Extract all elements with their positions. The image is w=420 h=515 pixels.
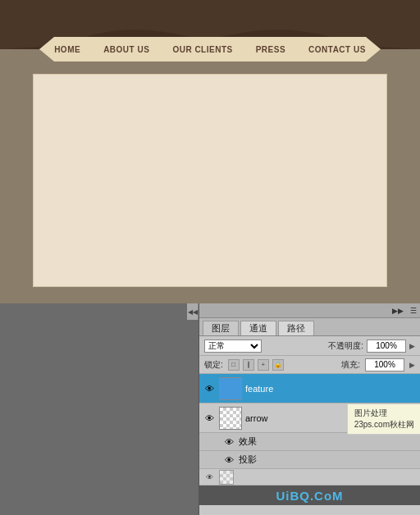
photoshop-panel-area: ◀◀ ▶▶ ☰ 图层 通道 路径 正常 不透明度: ▶ 锁定: □ — [0, 303, 420, 515]
website-mockup: HOME ABOUT US OUR CLIENTS PRESS CONTACT … — [0, 0, 420, 303]
nav-contact[interactable]: CONTACT US — [297, 45, 377, 54]
layer-eye-feature[interactable]: 👁 — [203, 382, 216, 395]
layer-row-top[interactable]: 👁 — [199, 469, 420, 485]
ps-panel-topbar: ▶▶ ☰ — [199, 303, 420, 318]
tab-layers[interactable]: 图层 — [203, 321, 239, 335]
layer-row-feature[interactable]: 👁 feature — [199, 374, 420, 403]
photoshop-layers-panel: ▶▶ ☰ 图层 通道 路径 正常 不透明度: ▶ 锁定: □ ∥ + — [199, 303, 420, 515]
sublayer-effects[interactable]: 👁 效果 — [199, 433, 420, 451]
ps-blend-opacity-row: 正常 不透明度: ▶ — [199, 336, 420, 356]
lock-label: 锁定: — [204, 359, 223, 371]
ps-scroll-left[interactable]: ◀◀ — [187, 303, 199, 320]
layer-arrow-expand[interactable]: ▼ — [396, 413, 405, 423]
layer-eye-arrow[interactable]: 👁 — [203, 412, 216, 425]
lock-icon-all[interactable]: 🔒 — [272, 359, 284, 371]
layer-thumb-feature — [219, 377, 242, 400]
lock-icon-artboard[interactable]: + — [258, 359, 269, 371]
tab-channels[interactable]: 通道 — [240, 321, 276, 335]
nav-clients[interactable]: OUR CLIENTS — [161, 45, 244, 54]
ps-collapse-icon[interactable]: ▶▶ — [392, 307, 404, 315]
fill-label: 填充: — [341, 359, 360, 371]
opacity-label: 不透明度: — [328, 340, 363, 352]
uibq-bar: UiBQ.CoM — [199, 485, 420, 505]
sublayer-dropshadow[interactable]: 👁 投影 — [199, 451, 420, 469]
lock-icons: □ ∥ + 🔒 — [228, 359, 284, 371]
ps-tabs: 图层 通道 路径 — [199, 318, 420, 336]
tab-paths[interactable]: 路径 — [278, 321, 314, 335]
ps-bg-left — [0, 303, 187, 515]
sublayer-eye-effects[interactable]: 👁 — [222, 435, 235, 449]
sublayer-name-effects: 效果 — [239, 435, 257, 448]
opacity-input[interactable] — [367, 340, 406, 353]
layer-row-arrow[interactable]: 👁 arrow fx ▼ 图片处理 23ps.com秋柱网 — [199, 403, 420, 433]
sublayer-name-dropshadow: 投影 — [239, 453, 257, 466]
layer-eye-top[interactable]: 👁 — [203, 471, 216, 484]
site-content — [33, 74, 387, 287]
blend-mode-select[interactable]: 正常 — [204, 340, 262, 353]
nav-bar: HOME ABOUT US OUR CLIENTS PRESS CONTACT … — [54, 37, 366, 62]
uibq-text: UiBQ.CoM — [276, 489, 343, 503]
layer-thumb-arrow — [219, 407, 242, 430]
sublayer-eye-dropshadow[interactable]: 👁 — [222, 453, 235, 467]
layer-thumb-top — [219, 470, 234, 485]
lock-icon-move[interactable]: ∥ — [243, 359, 254, 371]
ps-menu-icon[interactable]: ☰ — [410, 307, 417, 315]
nav-press[interactable]: PRESS — [244, 45, 297, 54]
layer-fx-icon: fx — [410, 413, 417, 422]
fill-input[interactable] — [365, 358, 404, 371]
nav-about[interactable]: ABOUT US — [92, 45, 161, 54]
opacity-arrow[interactable]: ▶ — [409, 342, 415, 350]
nav-ribbon: HOME ABOUT US OUR CLIENTS PRESS CONTACT … — [54, 37, 366, 62]
ps-lock-fill-row: 锁定: □ ∥ + 🔒 填充: ▶ — [199, 356, 420, 374]
fill-arrow[interactable]: ▶ — [409, 361, 415, 369]
lock-icon-pixel[interactable]: □ — [228, 359, 240, 371]
layer-name-arrow: arrow — [245, 413, 407, 423]
layer-name-feature: feature — [245, 384, 417, 394]
nav-home[interactable]: HOME — [43, 45, 92, 54]
